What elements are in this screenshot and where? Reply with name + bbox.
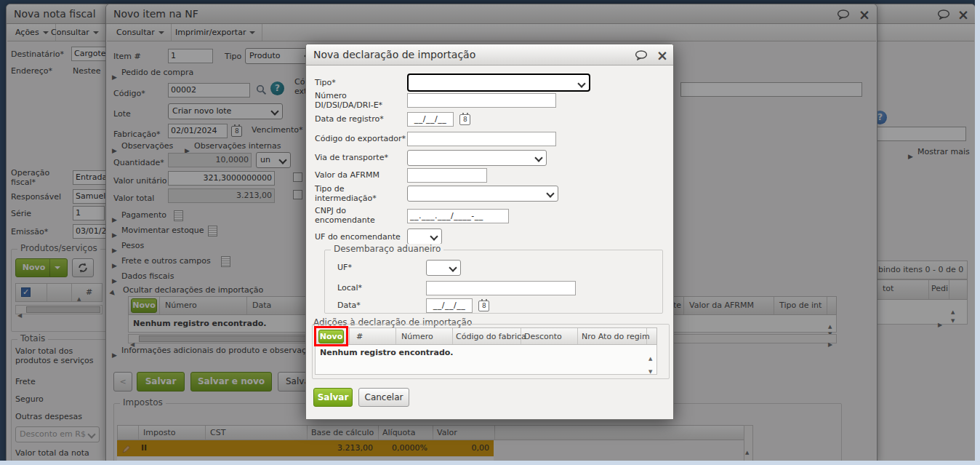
desembaraco-uf-select[interactable]	[426, 260, 461, 276]
modal-tipo-intermediacao-select[interactable]	[407, 186, 558, 202]
adicoes-col-numero[interactable]: Número	[401, 332, 433, 341]
modal-titlebar: Nova declaração de importação	[306, 44, 673, 65]
modal-data-registro-input[interactable]: __/__/__	[407, 112, 454, 127]
scroll-up-icon[interactable]	[648, 349, 652, 363]
calendar-icon[interactable]	[478, 301, 489, 311]
adicoes-grid-header: # Número Código do fabrica Desconto Nro …	[315, 327, 657, 345]
annotation-highlight-box	[314, 326, 348, 346]
desembaraco-data-label: Data*	[337, 301, 361, 310]
modal-valor-afrmm-label: Valor da AFRMM	[315, 170, 379, 180]
adicoes-col-desconto[interactable]: Desconto	[524, 332, 562, 341]
modal-cod-exportador-label: Código do exportador*	[315, 134, 406, 143]
comment-icon[interactable]	[635, 49, 648, 60]
modal-via-transporte-label: Via de transporte*	[315, 153, 388, 162]
desembaraco-local-label: Local*	[337, 283, 362, 293]
modal-numero-input[interactable]	[407, 93, 556, 108]
adicoes-empty-text: Nenhum registro encontrado.	[320, 348, 454, 357]
modal-via-transporte-select[interactable]	[407, 150, 547, 166]
modal-tipo-select[interactable]	[407, 73, 590, 92]
desembaraco-legend: Desembaraço aduaneiro	[331, 244, 443, 254]
modal-cnpj-input[interactable]: __.___.___/____-__	[407, 209, 509, 223]
page-bottom-strip	[0, 461, 980, 465]
modal-title: Nova declaração de importação	[313, 49, 475, 60]
adicoes-col-fabricante[interactable]: Código do fabrica	[456, 332, 526, 341]
modal-uf-encomendante-label: UF do encomendante	[315, 232, 401, 242]
modal-uf-encomendante-select[interactable]	[407, 228, 442, 245]
modal-valor-afrmm-input[interactable]	[407, 168, 487, 183]
modal-nova-declaracao-importacao: Nova declaração de importação Tipo* Núme…	[305, 44, 674, 420]
modal-cancelar-button[interactable]: Cancelar	[358, 388, 409, 407]
desembaraco-local-input[interactable]	[426, 281, 576, 295]
adicoes-col-nro-ato[interactable]: Nro Ato do regim	[582, 332, 650, 341]
screen: Nova nota fiscal Ações Consultar Destina…	[0, 0, 980, 465]
desembaraco-uf-label: UF*	[337, 263, 352, 272]
close-icon[interactable]	[656, 50, 668, 60]
page-scrollbar-track[interactable]	[975, 0, 980, 465]
modal-tipo-intermediacao-label: Tipo de intermediação*	[315, 184, 395, 203]
adicoes-col-num[interactable]: #	[356, 332, 363, 341]
adicoes-grid-body: Nenhum registro encontrado.	[315, 345, 657, 375]
scroll-down-icon[interactable]	[648, 362, 652, 376]
calendar-icon[interactable]	[459, 114, 470, 125]
modal-cnpj-label: CNPJ do encomendante	[315, 206, 395, 225]
modal-data-registro-label: Data de registro*	[315, 114, 384, 124]
modal-numero-label: Número DI/DSI/DA/DRI-E*	[315, 91, 403, 110]
desembaraco-data-input[interactable]: __/__/__	[426, 298, 473, 313]
modal-tipo-label: Tipo*	[315, 78, 336, 87]
modal-salvar-button[interactable]: Salvar	[313, 388, 353, 407]
modal-cod-exportador-input[interactable]	[407, 132, 556, 146]
